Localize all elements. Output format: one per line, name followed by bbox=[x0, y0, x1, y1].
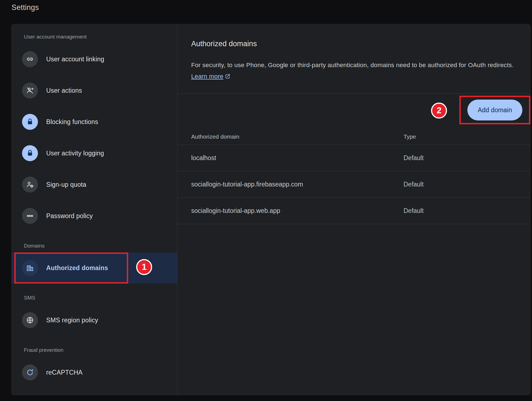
sidebar-item-label: User actions bbox=[46, 87, 82, 94]
column-header-type: Type bbox=[404, 133, 530, 140]
sidebar-item-label: Sign-up quota bbox=[46, 181, 86, 188]
annotation-box-add-domain: Add domain bbox=[459, 96, 530, 124]
firebase-auth-settings-page: Settings User account management User ac… bbox=[0, 0, 532, 401]
sidebar-item-label: Blocking functions bbox=[46, 118, 98, 126]
sidebar-item-signup-quota[interactable]: Sign-up quota bbox=[12, 169, 177, 200]
section-label-domains: Domains bbox=[24, 243, 177, 249]
building-icon bbox=[22, 260, 38, 276]
content-header: Authorized domains For security, to use … bbox=[177, 24, 530, 82]
sidebar-item-user-actions[interactable]: User actions bbox=[12, 75, 177, 106]
sidebar-item-label: User account linking bbox=[46, 56, 104, 63]
column-header-domain: Authorized domain bbox=[191, 133, 404, 140]
domain-cell: sociallogin-tutorial-app.firebaseapp.com bbox=[191, 181, 404, 188]
sidebar-item-label: User activity logging bbox=[46, 150, 104, 157]
sidebar-item-label: SMS region policy bbox=[46, 317, 98, 324]
table-row[interactable]: sociallogin-tutorial-app.firebaseapp.com… bbox=[177, 171, 530, 198]
sidebar-item-label: reCAPTCHA bbox=[46, 369, 83, 376]
sidebar-item-label: Authorized domains bbox=[46, 264, 108, 272]
sidebar-item-user-activity-logging[interactable]: User activity logging bbox=[12, 138, 177, 169]
refresh-arrows-icon bbox=[22, 364, 38, 380]
page-title: Settings bbox=[12, 3, 39, 12]
user-actions-icon bbox=[22, 83, 38, 98]
settings-sidebar: User account management User account lin… bbox=[12, 24, 177, 395]
content-title: Authorized domains bbox=[191, 39, 517, 48]
description-body: For security, to use Phone, Google or th… bbox=[191, 62, 514, 68]
authorized-domains-content: Authorized domains For security, to use … bbox=[177, 24, 530, 395]
domain-cell: localhost bbox=[191, 154, 404, 162]
person-gear-icon bbox=[22, 177, 38, 193]
sidebar-item-blocking-functions[interactable]: Blocking functions bbox=[12, 106, 177, 138]
lock-icon bbox=[22, 114, 38, 130]
type-cell: Default bbox=[404, 207, 530, 215]
globe-icon bbox=[22, 312, 38, 328]
type-cell: Default bbox=[404, 181, 530, 188]
type-cell: Default bbox=[404, 154, 530, 162]
section-label-user-management: User account management bbox=[24, 34, 177, 40]
external-link-icon bbox=[223, 71, 231, 82]
table-header-row: Authorized domain Type bbox=[177, 128, 530, 145]
sidebar-item-sms-region-policy[interactable]: SMS region policy bbox=[12, 304, 177, 336]
sidebar-item-authorized-domains[interactable]: Authorized domains 1 bbox=[12, 252, 177, 284]
learn-more-link[interactable]: Learn more bbox=[191, 73, 231, 80]
table-row[interactable]: localhost Default bbox=[177, 145, 530, 171]
lock-icon bbox=[22, 145, 38, 161]
add-domain-button[interactable]: Add domain bbox=[467, 100, 523, 120]
asterisks-icon bbox=[22, 208, 38, 224]
sidebar-item-user-account-linking[interactable]: User account linking bbox=[12, 43, 177, 75]
sidebar-item-password-policy[interactable]: Password policy bbox=[12, 200, 177, 232]
table-toolbar: 2 Add domain bbox=[177, 94, 530, 128]
section-label-sms: SMS bbox=[24, 295, 177, 301]
link-icon bbox=[22, 51, 38, 67]
annotation-step-1-badge: 1 bbox=[136, 259, 152, 275]
section-label-fraud-prevention: Fraud prevention bbox=[24, 347, 177, 353]
settings-panel: User account management User account lin… bbox=[11, 24, 531, 395]
sidebar-item-label: Password policy bbox=[46, 212, 93, 220]
description-text: For security, to use Phone, Google or th… bbox=[191, 59, 517, 82]
sidebar-item-recaptcha[interactable]: reCAPTCHA bbox=[12, 357, 177, 388]
authorized-domains-table: Authorized domain Type localhost Default… bbox=[177, 128, 530, 224]
annotation-step-2-badge: 2 bbox=[431, 103, 447, 119]
table-row[interactable]: sociallogin-tutorial-app.web.app Default bbox=[177, 198, 530, 224]
domain-cell: sociallogin-tutorial-app.web.app bbox=[191, 207, 404, 215]
